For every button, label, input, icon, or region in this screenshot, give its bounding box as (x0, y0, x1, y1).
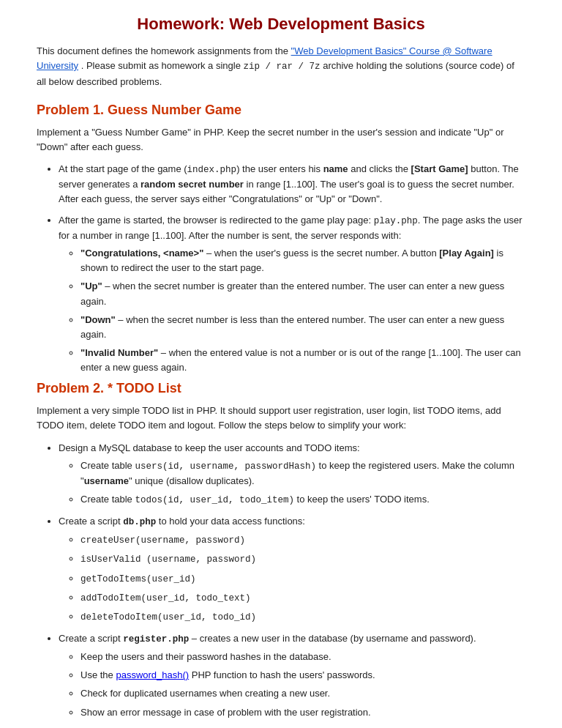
bold-play-again: [Play Again] (439, 248, 494, 259)
problem1-bullets: At the start page of the game (index.php… (59, 162, 525, 375)
list-item: At the start page of the game (index.php… (59, 162, 525, 207)
list-item: Keep the users and their password hashes… (80, 650, 525, 664)
intro-text-before: This document defines the homework assig… (37, 45, 288, 56)
code-play-php: play.php (374, 216, 418, 226)
code-gettodoitems: getTodoItems(user_id) (80, 574, 196, 584)
code-createuser: createUser(username, password) (80, 535, 245, 546)
problem2-desc: Implement a very simple TODO list in PHP… (37, 404, 525, 433)
bold-random-number: random secret number (140, 179, 244, 190)
list-item: "Invalid Number" – when the entered valu… (80, 346, 525, 375)
problem2-title: Problem 2. * TODO List (37, 381, 525, 396)
code-db-php: db.php (123, 517, 156, 527)
list-item: deleteTodoItem(user_id, todo_id) (80, 609, 525, 625)
list-item: Create a script register.php – creates a… (59, 631, 525, 720)
code-register-php: register.php (123, 634, 189, 645)
list-item: "Up" – when the secret number is greater… (80, 279, 525, 308)
page-title: Homework: Web Development Basics (37, 15, 525, 34)
password-hash-link[interactable]: password_hash() (116, 669, 189, 680)
intro-text-rest: . Please submit as homework a single (81, 60, 244, 71)
list-item: After the game is started, the browser i… (59, 213, 525, 376)
list-item: Use the password_hash() PHP function to … (80, 668, 525, 683)
list-item: getTodoItems(user_id) (80, 571, 525, 587)
list-item: isUserValid (username, password) (80, 551, 525, 567)
bold-username: username (84, 475, 129, 486)
problem2-functions-subbullets: createUser(username, password) isUserVal… (80, 532, 525, 625)
bold-down: "Down" (80, 314, 116, 325)
intro-code: zip / rar / 7z (244, 62, 321, 72)
list-item: "Down" – when the secret number is less … (80, 313, 525, 342)
bold-start-game: [Start Game] (411, 163, 468, 174)
problem1-desc: Implement a "Guess Number Game" in PHP. … (37, 125, 525, 155)
problem1-title: Problem 1. Guess Number Game (37, 103, 525, 118)
list-item: Design a MySQL database to keep the user… (59, 441, 525, 508)
bold-invalid: "Invalid Number" (80, 347, 158, 358)
list-item: createUser(username, password) (80, 532, 525, 548)
code-users-table: users(id, username, passwordHash) (135, 461, 316, 472)
list-item: Create a script db.php to hold your data… (59, 514, 525, 625)
list-item: Show an error message in case of problem… (80, 705, 525, 720)
code-isuservalid: isUserValid (username, password) (80, 554, 256, 565)
list-item: "Congratulations, <name>" – when the use… (80, 246, 525, 275)
problem2-register-subbullets: Keep the users and their password hashes… (80, 650, 525, 720)
bold-up: "Up" (80, 281, 102, 291)
intro-paragraph: This document defines the homework assig… (37, 44, 525, 89)
problem2-bullets: Design a MySQL database to keep the user… (59, 441, 525, 720)
bold-name: name (323, 163, 348, 174)
list-item: Create table users(id, username, passwor… (80, 458, 525, 489)
code-todos-table: todos(id, user_id, todo_item) (135, 495, 294, 505)
list-item: addTodoItem(user_id, todo_text) (80, 590, 525, 606)
list-item: Create table todos(id, user_id, todo_ite… (80, 492, 525, 508)
code-addtodoitem: addTodoItem(user_id, todo_text) (80, 593, 251, 603)
code-deletetodoitem: deleteTodoItem(user_id, todo_id) (80, 612, 256, 623)
problem1-subbullets: "Congratulations, <name>" – when the use… (80, 246, 525, 375)
code-index-php: index.php (187, 165, 237, 175)
bold-congratulations: "Congratulations, <name>" (80, 248, 203, 259)
list-item: Check for duplicated usernames when crea… (80, 686, 525, 701)
problem2-db-subbullets: Create table users(id, username, passwor… (80, 458, 525, 508)
